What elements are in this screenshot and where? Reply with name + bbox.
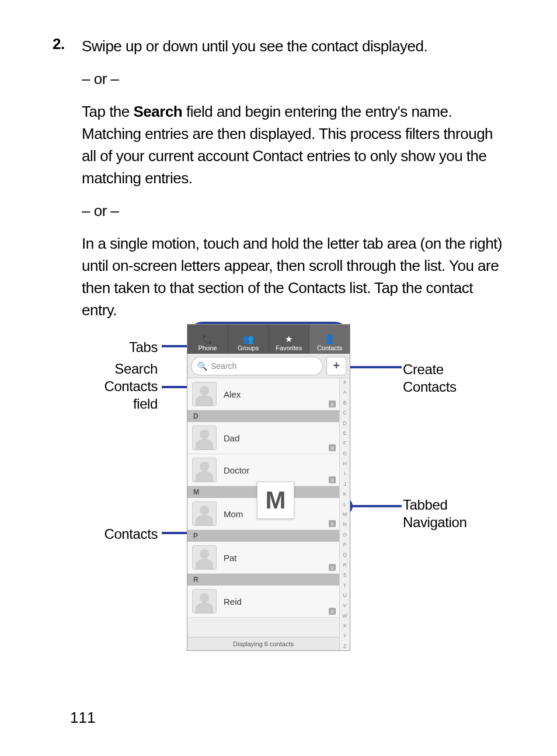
alpha-letter[interactable]: P — [343, 542, 347, 548]
callout-search-field: Search Contacts field — [70, 360, 158, 413]
alpha-letter[interactable]: C — [343, 410, 346, 416]
alpha-letter[interactable]: T — [343, 583, 346, 588]
alpha-letter[interactable]: D — [343, 420, 346, 426]
alpha-letter[interactable]: K — [343, 491, 347, 497]
tab-bar: 📞 Phone 👥 Groups ★ Favorites 👤 Contacts — [187, 325, 350, 354]
tab-phone-label: Phone — [198, 344, 217, 351]
manual-page: 2. Swipe up or down until you see the co… — [0, 0, 557, 756]
callout-create: Create Contacts — [403, 361, 457, 396]
step-body: Swipe up or down until you see the conta… — [82, 35, 504, 332]
search-input[interactable]: 🔍 Search — [191, 357, 323, 375]
alpha-letter[interactable]: X — [343, 623, 347, 629]
step-p3: In a single motion, touch and hold the l… — [82, 232, 504, 321]
alpha-letter[interactable]: Q — [343, 552, 347, 558]
sync-badge-icon: g — [329, 476, 336, 483]
section-header-r: R — [187, 574, 339, 586]
callout-tabnav-l2: Navigation — [403, 514, 467, 530]
alpha-letter[interactable]: G — [343, 451, 347, 457]
list-item[interactable]: Dad g — [187, 422, 339, 454]
alpha-letter[interactable]: W — [342, 613, 347, 619]
alpha-letter[interactable]: M — [343, 511, 347, 517]
callout-tabnav-l1: Tabbed — [403, 497, 447, 513]
groups-icon: 👥 — [243, 335, 254, 343]
bar-search — [162, 386, 189, 388]
step-p2: Tap the Search field and begin entering … — [82, 100, 504, 189]
figure: Tabs Search Contacts field Contacts Crea… — [70, 324, 496, 663]
section-header-d: D — [187, 410, 339, 422]
tab-groups-label: Groups — [238, 344, 259, 351]
callout-tabnav: Tabbed Navigation — [403, 496, 467, 531]
bar-create — [343, 366, 402, 368]
step-p1: Swipe up or down until you see the conta… — [82, 35, 504, 57]
section-header-p: P — [187, 530, 339, 542]
callout-create-l2: Contacts — [403, 379, 457, 395]
contact-name: Reid — [217, 597, 242, 607]
callout-search-l1: Search — [114, 361, 158, 377]
tab-groups[interactable]: 👥 Groups — [228, 325, 269, 354]
alpha-letter[interactable]: H — [343, 461, 346, 466]
bar-tabnav-right — [351, 505, 402, 507]
step-number: 2. — [53, 35, 82, 332]
callout-tabs: Tabs — [70, 339, 158, 356]
step-p2-bold: Search — [134, 103, 183, 120]
contact-name: Mom — [217, 509, 243, 519]
callout-contacts: Contacts — [70, 525, 158, 543]
step-or-2: – or – — [82, 200, 504, 222]
alpha-letter[interactable]: Y — [343, 633, 347, 639]
alpha-letter[interactable]: V — [343, 602, 347, 608]
alpha-letter[interactable]: A — [343, 389, 347, 395]
bar-contacts — [162, 532, 188, 534]
list-item[interactable]: Reid g — [187, 586, 339, 618]
step-p2a: Tap the — [82, 103, 134, 120]
tab-favorites-label: Favorites — [276, 344, 302, 351]
sync-badge-icon: g — [329, 520, 336, 527]
letter-popup: M — [257, 482, 294, 519]
avatar — [192, 382, 217, 406]
tab-favorites[interactable]: ★ Favorites — [269, 325, 310, 354]
star-icon: ★ — [285, 335, 293, 343]
step-or-1: – or – — [82, 68, 504, 90]
alpha-letter[interactable]: R — [343, 562, 346, 568]
contact-name: Dad — [217, 433, 240, 443]
avatar — [192, 545, 217, 570]
contact-name: Pat — [217, 553, 237, 563]
tab-phone[interactable]: 📞 Phone — [187, 325, 228, 354]
sync-badge-icon: g — [329, 564, 336, 571]
alpha-letter[interactable]: S — [343, 572, 347, 578]
alpha-letter[interactable]: Z — [343, 643, 346, 649]
avatar — [192, 426, 217, 450]
search-row: 🔍 Search + — [187, 354, 350, 378]
alpha-letter[interactable]: E — [343, 430, 347, 436]
list-item[interactable]: Pat g — [187, 542, 339, 574]
alpha-letter[interactable]: N — [343, 521, 346, 527]
contact-icon: 👤 — [324, 335, 335, 343]
alpha-letter[interactable]: O — [343, 532, 347, 538]
add-contact-button[interactable]: + — [326, 357, 346, 375]
sync-badge-icon: g — [329, 444, 336, 451]
alpha-letter[interactable]: B — [343, 400, 347, 406]
step-row: 2. Swipe up or down until you see the co… — [53, 35, 504, 332]
callout-create-l1: Create — [403, 361, 444, 377]
page-number: 111 — [70, 709, 95, 727]
alpha-letter[interactable]: I — [344, 471, 345, 476]
alphabet-index[interactable]: # A B C D E F G H I J K L M N O P Q R S — [339, 378, 350, 650]
callout-search-l3: field — [133, 396, 158, 412]
tab-contacts[interactable]: 👤 Contacts — [309, 325, 350, 354]
sync-badge-icon: g — [329, 400, 336, 407]
callout-search-l2: Contacts — [104, 378, 158, 394]
avatar — [192, 458, 217, 482]
alpha-letter[interactable]: F — [343, 440, 346, 446]
phone-icon: 📞 — [202, 335, 213, 343]
search-icon: 🔍 — [197, 361, 207, 371]
contact-name: Doctor — [217, 465, 249, 475]
alpha-letter[interactable]: L — [343, 501, 346, 507]
avatar — [192, 501, 217, 526]
avatar — [192, 589, 217, 614]
sync-badge-icon: g — [329, 608, 336, 615]
list-item[interactable]: Alex g — [187, 378, 339, 410]
alpha-letter[interactable]: J — [343, 481, 346, 487]
alpha-letter[interactable]: U — [343, 593, 346, 598]
alpha-letter[interactable]: # — [343, 379, 346, 385]
search-placeholder: Search — [211, 361, 236, 371]
contact-name: Alex — [217, 389, 241, 399]
